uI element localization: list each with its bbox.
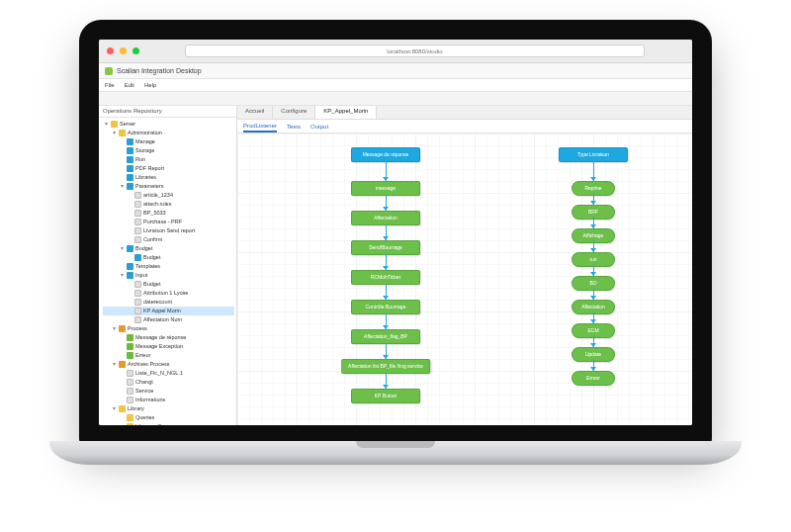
editor-tabs: Accueil Configure KP_Appel_Morin bbox=[237, 106, 692, 120]
flow-step-node[interactable]: Affectation list BP_file Nvg service bbox=[341, 359, 430, 374]
tree-twisty-icon[interactable]: ▾ bbox=[119, 271, 125, 280]
tree-green-icon bbox=[127, 334, 133, 341]
tree-node[interactable]: Affectation Nom bbox=[103, 315, 234, 324]
tree-node-label: Affectation Nom bbox=[143, 315, 182, 324]
tree-node[interactable]: Service bbox=[103, 387, 234, 396]
editor-tab-1[interactable]: Configure bbox=[273, 106, 315, 119]
tree[interactable]: ▾Server▾AdministrationManageStorageRunPD… bbox=[99, 118, 236, 425]
menubar: File Edit Help bbox=[99, 79, 692, 92]
tree-node[interactable]: daterecount bbox=[103, 298, 234, 307]
tree-node[interactable]: BP_5033 bbox=[103, 209, 234, 218]
tree-node-label: Liste_Fic_N_NGL.1 bbox=[135, 369, 183, 378]
tree-panel: Operations Repository ▾Server▾Administra… bbox=[99, 106, 237, 425]
tree-twisty-icon[interactable]: ▾ bbox=[111, 324, 117, 333]
tree-green-icon bbox=[127, 352, 133, 359]
tree-node[interactable]: Budget bbox=[103, 280, 234, 289]
tree-twisty-icon[interactable]: ▾ bbox=[103, 120, 109, 129]
tree-node-label: Run bbox=[135, 155, 145, 164]
tree-node[interactable]: Run bbox=[103, 155, 234, 164]
tree-node[interactable]: Libraries bbox=[103, 173, 234, 182]
editor-tab-0[interactable]: Accueil bbox=[237, 106, 273, 119]
flow-step-node[interactable]: Contrôle Bourrage bbox=[351, 300, 420, 314]
tree-page-icon bbox=[134, 210, 141, 217]
tree-node-label: daterecount bbox=[143, 298, 172, 307]
tree-node[interactable]: Purchase - PRF bbox=[103, 218, 234, 226]
tree-node-label: Budget bbox=[143, 253, 160, 262]
tree-page-icon bbox=[134, 219, 141, 225]
flow-canvas[interactable]: Message de réponsemessageAffectationSend… bbox=[237, 133, 692, 425]
flow-step-node[interactable]: Affectation bbox=[351, 211, 420, 225]
tree-blue-icon bbox=[127, 147, 133, 154]
tree-node[interactable]: attach.rules bbox=[103, 200, 234, 209]
tree-node[interactable]: article_1234 bbox=[103, 191, 234, 200]
laptop-frame: localhost:8080/studio Scalian Integratio… bbox=[79, 20, 712, 504]
tree-node[interactable]: Livraison Send report bbox=[103, 226, 234, 235]
flow-step-node[interactable]: Affectation_flag_BP bbox=[351, 329, 420, 344]
tree-node-label: Changt bbox=[135, 378, 153, 387]
window-zoom-icon[interactable] bbox=[132, 47, 139, 54]
window-minimize-icon[interactable] bbox=[120, 47, 127, 54]
menu-file[interactable]: File bbox=[105, 82, 115, 88]
toolbar bbox=[99, 92, 692, 106]
tree-twisty-icon[interactable]: ▾ bbox=[111, 404, 117, 413]
flow-step-node[interactable]: KP Button bbox=[351, 389, 420, 403]
tree-twisty-icon[interactable]: ▾ bbox=[111, 129, 117, 137]
tree-node[interactable]: Informations bbox=[103, 396, 234, 404]
tree-node[interactable]: Attribution 1 Lycée bbox=[103, 289, 234, 298]
menu-help[interactable]: Help bbox=[144, 82, 156, 88]
subtab-1[interactable]: Tests bbox=[287, 120, 301, 133]
tree-node-label: Library bbox=[128, 404, 144, 413]
tree-node[interactable]: ▾Library bbox=[103, 404, 234, 413]
editor-tab-2[interactable]: KP_Appel_Morin bbox=[315, 106, 377, 119]
tree-node[interactable]: Liste_Fic_N_NGL.1 bbox=[103, 369, 234, 378]
flow-step-node[interactable]: Erreur bbox=[571, 371, 615, 386]
tree-node[interactable]: Storage bbox=[103, 146, 234, 155]
app-logo-icon bbox=[105, 67, 113, 75]
tree-node-label: Service bbox=[135, 387, 153, 396]
flow-step-node[interactable]: RCMohTicket bbox=[351, 270, 420, 285]
subtab-2[interactable]: Output bbox=[310, 120, 328, 133]
tree-twisty-icon[interactable]: ▾ bbox=[111, 360, 117, 369]
url-bar[interactable]: localhost:8080/studio bbox=[185, 44, 645, 57]
tree-node[interactable]: Message de réponse bbox=[103, 333, 234, 342]
tree-node-label: Parameters bbox=[135, 182, 163, 191]
tree-node-label: Budget bbox=[135, 244, 152, 253]
tree-node[interactable]: ▾Parameters bbox=[103, 182, 234, 191]
tree-node[interactable]: ▾Administration bbox=[103, 129, 234, 137]
tree-node[interactable]: Erreur bbox=[103, 351, 234, 360]
tree-node[interactable]: KP Appel Morin bbox=[103, 307, 234, 315]
laptop-base bbox=[49, 441, 742, 465]
tree-blue-icon bbox=[127, 272, 133, 279]
tree-node[interactable]: ▾Archives Process bbox=[103, 360, 234, 369]
app-title: Scalian Integration Desktop bbox=[117, 67, 202, 74]
tree-node[interactable]: Manage bbox=[103, 137, 234, 146]
flow-start-node[interactable]: Type Livraison bbox=[559, 147, 628, 162]
window-close-icon[interactable] bbox=[107, 47, 114, 54]
screen: localhost:8080/studio Scalian Integratio… bbox=[99, 40, 692, 425]
tree-node[interactable]: Queries bbox=[103, 413, 234, 422]
tree-node[interactable]: ▾Server bbox=[103, 120, 234, 129]
tree-node[interactable]: ▾Process bbox=[103, 324, 234, 333]
tree-node[interactable]: Changt bbox=[103, 378, 234, 387]
tree-page-icon bbox=[134, 316, 141, 323]
tree-node[interactable]: Library—Query bbox=[103, 422, 234, 425]
tree-node-label: article_1234 bbox=[143, 191, 173, 200]
flow-step-node[interactable]: message bbox=[351, 181, 420, 196]
tree-node-label: Administration bbox=[128, 129, 162, 137]
tree-node[interactable]: Budget bbox=[103, 253, 234, 262]
tree-node[interactable]: ▾Input bbox=[103, 271, 234, 280]
tree-folder-icon bbox=[127, 414, 133, 421]
tree-node[interactable]: ▾Budget bbox=[103, 244, 234, 253]
tree-node[interactable]: Confirm bbox=[103, 235, 234, 244]
menu-edit[interactable]: Edit bbox=[125, 82, 134, 88]
tree-node[interactable]: PDF Report bbox=[103, 164, 234, 173]
tree-twisty-icon[interactable]: ▾ bbox=[119, 244, 125, 253]
tree-node[interactable]: Templates bbox=[103, 262, 234, 271]
tree-node-label: Server bbox=[120, 120, 135, 129]
flow-step-node[interactable]: Send/Bourrage bbox=[351, 240, 420, 255]
tree-twisty-icon[interactable]: ▾ bbox=[119, 182, 125, 191]
subtab-0[interactable]: ProdListener bbox=[243, 120, 277, 133]
tree-orange-icon bbox=[119, 325, 126, 332]
flow-start-node[interactable]: Message de réponse bbox=[351, 147, 420, 162]
tree-node[interactable]: Message Exception bbox=[103, 342, 234, 351]
